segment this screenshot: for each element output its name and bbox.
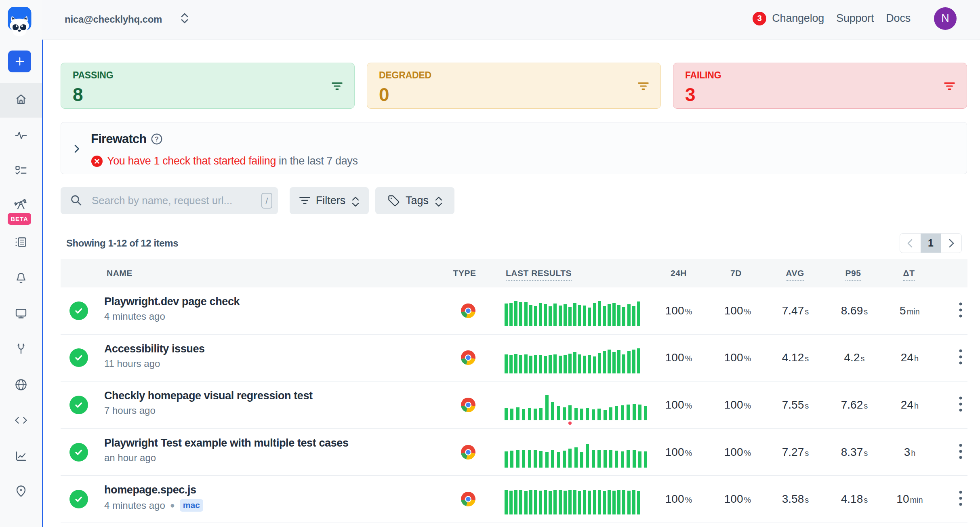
svg-text:?: ?	[155, 136, 159, 143]
